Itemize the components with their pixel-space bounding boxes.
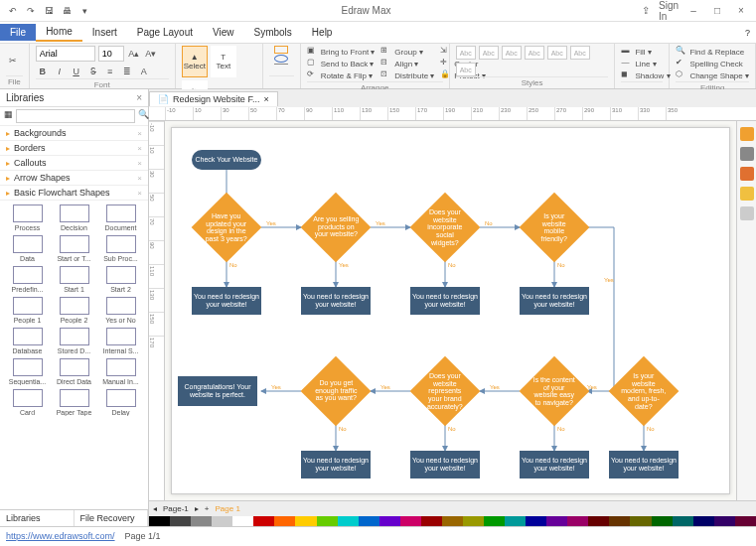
style-preset[interactable]: Abc bbox=[525, 46, 544, 60]
shape-stencil[interactable]: People 1 bbox=[7, 297, 49, 324]
shape-stencil[interactable]: Decision bbox=[54, 205, 95, 231]
flow-decision-4[interactable]: Is your website mobile friendly? bbox=[520, 193, 590, 263]
flow-process[interactable]: You need to redesign your website! bbox=[192, 287, 261, 315]
lib-cat[interactable]: Borders× bbox=[0, 141, 148, 156]
signin-link[interactable]: Sign In bbox=[659, 3, 680, 19]
style-preset[interactable]: Abc bbox=[456, 63, 476, 76]
page-nav-next[interactable]: ▸ bbox=[195, 504, 199, 513]
flow-start[interactable]: Check Your Website bbox=[192, 150, 261, 170]
lib-cat[interactable]: Arrow Shapes× bbox=[0, 171, 148, 186]
color-bar[interactable] bbox=[149, 516, 756, 526]
shape-stencil[interactable]: Database bbox=[7, 328, 49, 354]
flow-process[interactable]: You need to redesign your website! bbox=[410, 287, 480, 315]
panel-icon[interactable] bbox=[740, 206, 754, 220]
page-tab[interactable]: Page-1 bbox=[163, 504, 189, 513]
shape-stencil[interactable]: Stored D... bbox=[54, 328, 95, 354]
page-add-button[interactable]: + bbox=[205, 504, 210, 513]
undo-icon[interactable]: ↶ bbox=[6, 4, 20, 18]
font-family-combo[interactable] bbox=[36, 46, 95, 62]
align-button[interactable]: ⊟Align ▾ bbox=[380, 58, 434, 69]
group-button[interactable]: ⊞Group ▾ bbox=[380, 46, 434, 58]
shape-stencil[interactable]: Document bbox=[100, 205, 142, 231]
shape-stencil[interactable]: Start 1 bbox=[54, 266, 95, 293]
document-tab[interactable]: 📄 Redesign Website F... × bbox=[149, 91, 278, 106]
maximize-icon[interactable]: □ bbox=[706, 3, 728, 19]
panel-icon[interactable] bbox=[740, 127, 754, 141]
shape-stencil[interactable]: Delay bbox=[100, 389, 142, 416]
tab-view[interactable]: View bbox=[203, 24, 244, 41]
paste-icon[interactable]: ✂ bbox=[6, 54, 20, 68]
shape-stencil[interactable]: Process bbox=[7, 205, 49, 231]
tab-help[interactable]: Help bbox=[302, 24, 343, 41]
underline-icon[interactable]: U bbox=[70, 65, 83, 78]
help-icon[interactable]: ? bbox=[745, 28, 750, 38]
libraries-close-icon[interactable]: × bbox=[136, 92, 142, 103]
shape-stencil[interactable]: Sub Proc... bbox=[100, 235, 142, 262]
shape-stencil[interactable]: Yes or No bbox=[100, 297, 142, 324]
style-preset[interactable]: Abc bbox=[547, 46, 567, 60]
shape-stencil[interactable]: Paper Tape bbox=[54, 389, 95, 416]
font-size-combo[interactable] bbox=[98, 46, 124, 62]
lib-cat[interactable]: Basic Flowchart Shapes× bbox=[0, 186, 148, 201]
flow-process[interactable]: You need to redesign your website! bbox=[301, 287, 371, 315]
flow-process[interactable]: You need to redesign your website! bbox=[609, 451, 679, 478]
lib-cat[interactable]: Callouts× bbox=[0, 156, 148, 171]
status-url[interactable]: https://www.edrawsoft.com/ bbox=[6, 531, 115, 541]
flow-decision-6[interactable]: Does your website represents your brand … bbox=[410, 356, 481, 427]
italic-icon[interactable]: I bbox=[53, 65, 67, 78]
library-search-input[interactable] bbox=[16, 109, 135, 123]
style-preset[interactable]: Abc bbox=[502, 46, 522, 60]
shape-stencil[interactable]: Internal S... bbox=[100, 328, 142, 354]
flow-process[interactable]: You need to redesign your website! bbox=[301, 451, 371, 478]
style-preset[interactable]: Abc bbox=[570, 46, 590, 60]
redo-icon[interactable]: ↷ bbox=[24, 4, 38, 18]
shape-stencil[interactable]: Manual In... bbox=[100, 358, 142, 385]
flow-decision-1[interactable]: Have you updated your design in the past… bbox=[192, 193, 262, 263]
shape-stencil[interactable]: Sequentia... bbox=[7, 358, 49, 385]
shape-stencil[interactable]: Start or T... bbox=[54, 235, 95, 262]
line-button[interactable]: —Line ▾ bbox=[621, 58, 656, 69]
flow-decision-3[interactable]: Does your website incorporate social wid… bbox=[410, 193, 481, 263]
style-preset[interactable]: Abc bbox=[456, 46, 476, 60]
tab-home[interactable]: Home bbox=[36, 23, 82, 42]
style-preset[interactable]: Abc bbox=[479, 46, 499, 60]
flow-process[interactable]: You need to redesign your website! bbox=[520, 451, 589, 478]
flow-decision-7[interactable]: Is the content of your website easy to n… bbox=[520, 356, 590, 427]
libraries-tab[interactable]: Libraries bbox=[0, 510, 75, 526]
send-back-button[interactable]: ▢Send to Back ▾ bbox=[307, 58, 376, 69]
library-picker-icon[interactable]: ▦ bbox=[4, 109, 13, 123]
shape-stencil[interactable]: Data bbox=[7, 235, 49, 262]
page-nav-prev[interactable]: ◂ bbox=[153, 504, 157, 513]
lib-cat[interactable]: Backgrounds× bbox=[0, 126, 148, 141]
save-icon[interactable]: 🖫 bbox=[42, 4, 56, 18]
shrink-font-icon[interactable]: A▾ bbox=[144, 47, 158, 61]
shape-rect-icon[interactable] bbox=[274, 46, 288, 54]
find-replace-button[interactable]: 🔍Find & Replace bbox=[676, 46, 744, 58]
bring-front-button[interactable]: ▣Bring to Front ▾ bbox=[307, 46, 376, 58]
panel-icon[interactable] bbox=[740, 187, 754, 201]
shape-line-icon[interactable] bbox=[274, 64, 288, 65]
spelling-button[interactable]: ✔Spelling Check bbox=[676, 58, 742, 69]
tab-insert[interactable]: Insert bbox=[82, 24, 127, 41]
flow-decision-8[interactable]: Is your website modern, fresh, and up-to… bbox=[609, 356, 680, 427]
flow-perfect[interactable]: Congratulations! Your website is perfect… bbox=[178, 376, 257, 406]
shape-stencil[interactable]: Start 2 bbox=[100, 266, 142, 293]
file-recovery-tab[interactable]: File Recovery bbox=[75, 510, 149, 526]
change-shape-button[interactable]: ⬡Change Shape ▾ bbox=[676, 69, 749, 81]
print-icon[interactable]: 🖶 bbox=[60, 4, 74, 18]
align-left-icon[interactable]: ≡ bbox=[103, 65, 117, 78]
fill-button[interactable]: ▬Fill ▾ bbox=[621, 46, 651, 58]
close-icon[interactable]: × bbox=[730, 3, 752, 19]
drawing-canvas[interactable]: Check Your Website Have you updated your… bbox=[171, 127, 730, 494]
shape-stencil[interactable]: People 2 bbox=[54, 297, 95, 324]
doc-close-icon[interactable]: × bbox=[263, 94, 268, 104]
font-color-icon[interactable]: A bbox=[137, 65, 151, 78]
shape-ellipse-icon[interactable] bbox=[274, 55, 288, 63]
strike-icon[interactable]: S̶ bbox=[86, 65, 100, 78]
search-icon[interactable]: 🔍 bbox=[138, 109, 149, 123]
file-menu[interactable]: File bbox=[0, 24, 36, 41]
minimize-icon[interactable]: – bbox=[682, 3, 704, 19]
qat-more-icon[interactable]: ▾ bbox=[77, 4, 91, 18]
shape-stencil[interactable]: Card bbox=[7, 389, 49, 416]
flow-process[interactable]: You need to redesign your website! bbox=[520, 287, 589, 315]
